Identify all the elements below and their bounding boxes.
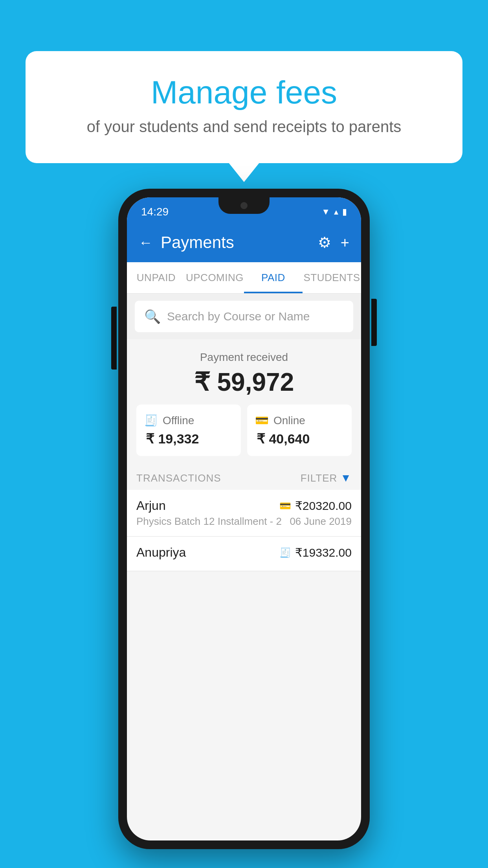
speech-bubble-container: Manage fees of your students and send re… <box>26 51 462 163</box>
offline-payment-icon: 🧾 <box>279 547 291 558</box>
tab-unpaid[interactable]: UNPAID <box>127 262 185 293</box>
online-label: Online <box>273 414 305 427</box>
table-row[interactable]: Arjun 💳 ₹20320.00 Physics Batch 12 Insta… <box>127 490 361 537</box>
offline-label: Offline <box>163 414 194 427</box>
table-row[interactable]: Anupriya 🧾 ₹19332.00 <box>127 537 361 571</box>
phone-outer-shell: 14:29 ▼ ▴ ▮ ← Payments ⚙ + <box>118 189 370 849</box>
phone-mockup: 14:29 ▼ ▴ ▮ ← Payments ⚙ + <box>118 189 370 849</box>
phone-notch <box>218 197 270 214</box>
status-icons: ▼ ▴ ▮ <box>321 207 347 217</box>
page-title: Payments <box>161 233 234 252</box>
status-time: 14:29 <box>141 206 169 218</box>
phone-screen: 14:29 ▼ ▴ ▮ ← Payments ⚙ + <box>127 197 361 840</box>
bubble-title: Manage fees <box>57 75 431 110</box>
transaction-row2-arjun: Physics Batch 12 Installment - 2 06 June… <box>136 515 352 528</box>
online-amount: ₹ 40,640 <box>255 431 344 447</box>
transaction-date-arjun: 06 June 2019 <box>290 515 352 528</box>
transaction-list: Arjun 💳 ₹20320.00 Physics Batch 12 Insta… <box>127 490 361 571</box>
transaction-amount-arjun: ₹20320.00 <box>295 499 352 513</box>
wifi-icon: ▼ <box>321 207 330 217</box>
bubble-subtitle: of your students and send receipts to pa… <box>57 118 431 136</box>
transaction-amount-anupriya: ₹19332.00 <box>295 546 352 559</box>
signal-icon: ▴ <box>334 207 338 217</box>
tab-paid[interactable]: PAID <box>244 262 303 293</box>
offline-card: 🧾 Offline ₹ 19,332 <box>136 405 241 456</box>
offline-card-header: 🧾 Offline <box>144 414 233 427</box>
transaction-name-anupriya: Anupriya <box>136 545 186 560</box>
filter-icon: ▼ <box>340 472 352 484</box>
transaction-amount-wrap-arjun: 💳 ₹20320.00 <box>279 499 352 513</box>
settings-icon[interactable]: ⚙ <box>318 234 331 251</box>
online-card-header: 💳 Online <box>255 414 344 427</box>
search-input[interactable]: Search by Course or Name <box>167 310 310 323</box>
app-header: ← Payments ⚙ + <box>127 223 361 262</box>
search-icon: 🔍 <box>144 309 161 324</box>
filter-button[interactable]: FILTER ▼ <box>301 472 352 484</box>
transactions-header: TRANSACTIONS FILTER ▼ <box>127 464 361 490</box>
payment-summary: Payment received ₹ 59,972 🧾 Offline ₹ 19… <box>127 339 361 464</box>
tabs-container: UNPAID UPCOMING PAID STUDENTS <box>127 262 361 294</box>
header-right: ⚙ + <box>318 234 349 251</box>
speech-bubble: Manage fees of your students and send re… <box>26 51 462 163</box>
transaction-row1-anupriya: Anupriya 🧾 ₹19332.00 <box>136 545 352 560</box>
transaction-amount-wrap-anupriya: 🧾 ₹19332.00 <box>279 546 352 559</box>
search-container: 🔍 Search by Course or Name <box>127 294 361 339</box>
camera-dot <box>240 202 248 209</box>
online-payment-icon: 💳 <box>279 500 291 511</box>
add-icon[interactable]: + <box>341 234 349 251</box>
transactions-label: TRANSACTIONS <box>136 472 221 484</box>
tab-upcoming[interactable]: UPCOMING <box>185 262 244 293</box>
battery-icon: ▮ <box>342 207 347 217</box>
search-bar[interactable]: 🔍 Search by Course or Name <box>135 301 353 332</box>
offline-icon: 🧾 <box>144 414 158 427</box>
filter-label: FILTER <box>301 472 338 484</box>
transaction-name-arjun: Arjun <box>136 498 166 513</box>
offline-amount: ₹ 19,332 <box>144 431 233 447</box>
online-icon: 💳 <box>255 414 269 427</box>
online-card: 💳 Online ₹ 40,640 <box>247 405 352 456</box>
payment-cards: 🧾 Offline ₹ 19,332 💳 Online ₹ 40,640 <box>135 405 353 456</box>
tab-students[interactable]: STUDENTS <box>303 262 361 293</box>
transaction-course-arjun: Physics Batch 12 Installment - 2 <box>136 515 282 528</box>
payment-received-label: Payment received <box>135 351 353 364</box>
payment-amount: ₹ 59,972 <box>135 368 353 397</box>
transaction-row1-arjun: Arjun 💳 ₹20320.00 <box>136 498 352 513</box>
header-left: ← Payments <box>139 233 234 252</box>
back-button[interactable]: ← <box>139 234 153 251</box>
